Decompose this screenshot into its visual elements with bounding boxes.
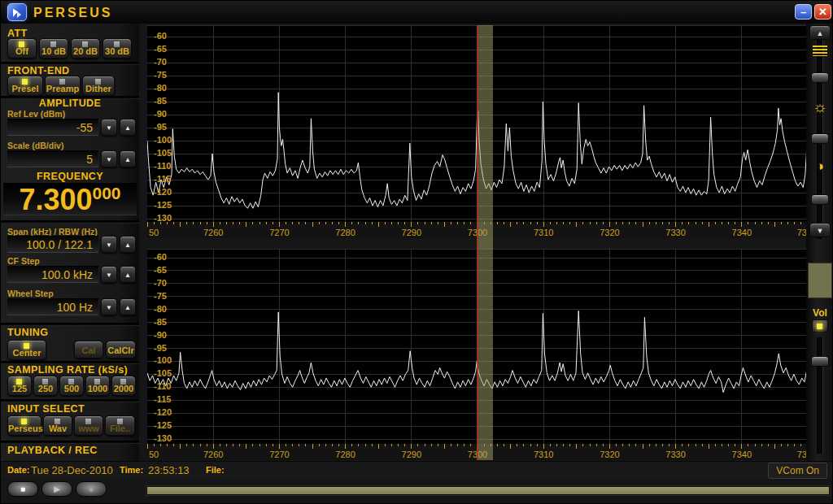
- sampling-button-250[interactable]: 250: [33, 376, 58, 396]
- y-axis-tick-label: -80: [154, 83, 167, 93]
- x-axis-tick-label: 7320: [600, 450, 619, 459]
- down-arrow-icon: ▼: [817, 227, 824, 235]
- y-axis-tick-label: -90: [154, 109, 167, 119]
- spectrum-area: -60-65-70-75-80-85-90-95-100-105-110-115…: [139, 24, 806, 461]
- perseus-logo-icon: [17, 11, 21, 18]
- x-axis-tick-label: 7320: [600, 228, 619, 237]
- x-axis-tick-label: 7310: [534, 228, 553, 237]
- brightness-icon: ☼: [806, 98, 833, 116]
- att-button-off[interactable]: Off: [7, 38, 37, 59]
- att-header: ATT: [7, 28, 28, 39]
- up-arrow-icon: ▲: [124, 156, 131, 163]
- frontend-button-preamp[interactable]: Preamp: [45, 76, 81, 96]
- scale-field[interactable]: 5: [7, 150, 98, 167]
- playback-progress-fill: [147, 487, 829, 494]
- stop-button[interactable]: ■: [7, 481, 38, 497]
- wheel-step-up-button[interactable]: ▲: [120, 298, 136, 315]
- y-axis-tick-label: -60: [154, 31, 167, 41]
- x-axis-tick-label: 7260: [203, 450, 223, 459]
- divider: [1, 323, 139, 326]
- rail-up-button[interactable]: ▲: [809, 25, 831, 40]
- close-button[interactable]: ✕: [814, 4, 831, 20]
- frequency-display[interactable]: 7.300000: [3, 183, 137, 215]
- stop-icon: ■: [20, 484, 25, 493]
- control-panel: ATT Off 10 dB 20 dB 30 dB FRONT-END Pres…: [1, 24, 139, 461]
- tuning-button-calclr[interactable]: CalClr: [106, 341, 136, 358]
- y-axis-tick-label: -95: [154, 343, 167, 353]
- vcom-toggle[interactable]: VCom On: [768, 463, 827, 479]
- y-axis-tick-label: -80: [154, 304, 167, 314]
- att-button-20db[interactable]: 20 dB: [71, 38, 100, 59]
- wheel-step-down-button[interactable]: ▼: [101, 298, 117, 315]
- input-button-www[interactable]: www: [74, 415, 103, 436]
- play-button[interactable]: ▶: [41, 481, 72, 497]
- sampling-button-125[interactable]: 125: [7, 376, 32, 396]
- x-axis-tick-label: 7280: [335, 450, 355, 459]
- y-axis-tick-label: -75: [154, 70, 167, 80]
- app-title: PERSEUS: [33, 6, 112, 20]
- rail-down-button[interactable]: ▼: [809, 223, 831, 237]
- y-axis-tick-label: -105: [154, 148, 172, 158]
- playback-progress-track[interactable]: [146, 485, 831, 496]
- sampling-button-2000[interactable]: 2000: [111, 376, 136, 396]
- y-axis-tick-label: -115: [154, 174, 171, 184]
- input-button-file[interactable]: File..: [105, 415, 135, 436]
- volume-label: Vol: [806, 307, 833, 319]
- file-label: File:: [206, 465, 225, 475]
- scale-up-button[interactable]: ▲: [120, 150, 136, 167]
- status-bar: Date: Tue 28-Dec-2010 Time: 23:53:13 Fil…: [1, 461, 833, 479]
- ref-lev-label: Ref Lev (dBm): [7, 109, 65, 119]
- ref-lev-field[interactable]: -55: [7, 119, 98, 136]
- cf-step-field[interactable]: 100.0 kHz: [7, 266, 98, 283]
- x-axis-tick-label: 7340: [732, 450, 752, 459]
- time-label: Time:: [120, 465, 143, 475]
- app-icon[interactable]: [7, 3, 27, 21]
- record-icon: ●: [88, 484, 94, 495]
- y-axis-tick-label: -95: [154, 122, 167, 132]
- cf-step-up-button[interactable]: ▲: [120, 266, 136, 283]
- x-axis-tick-label: 50: [149, 450, 159, 459]
- tuning-button-center[interactable]: Center: [7, 340, 46, 360]
- input-button-perseus[interactable]: Perseus: [7, 415, 41, 436]
- y-axis-tick-label: -130: [154, 433, 172, 443]
- cf-step-down-button[interactable]: ▼: [101, 266, 117, 283]
- att-button-30db[interactable]: 30 dB: [102, 38, 132, 59]
- sampling-button-1000[interactable]: 1000: [85, 376, 110, 396]
- titlebar: PERSEUS – ✕: [1, 1, 833, 24]
- frontend-button-presel[interactable]: Presel: [7, 76, 43, 96]
- time-value: 23:53:13: [148, 464, 190, 476]
- ref-lev-up-button[interactable]: ▲: [120, 119, 136, 136]
- brightness-slider-handle[interactable]: [811, 133, 829, 144]
- tuning-header: TUNING: [7, 327, 48, 338]
- frontend-button-dither[interactable]: Dither: [82, 76, 115, 96]
- down-arrow-icon: ▼: [106, 156, 112, 163]
- up-arrow-icon: ▲: [124, 304, 131, 311]
- span-down-button[interactable]: ▼: [101, 236, 117, 253]
- ref-lev-down-button[interactable]: ▼: [101, 119, 117, 136]
- scale-down-button[interactable]: ▼: [101, 150, 117, 167]
- wheel-step-field[interactable]: 100 Hz: [7, 298, 98, 315]
- y-axis-tick-label: -100: [154, 355, 172, 365]
- volume-slider-handle[interactable]: [811, 356, 829, 367]
- span-field[interactable]: 100.0 / 122.1: [7, 236, 98, 253]
- down-arrow-icon: ▼: [106, 272, 112, 279]
- averaging-slider-handle[interactable]: [811, 72, 829, 83]
- sampling-button-500[interactable]: 500: [59, 376, 84, 396]
- y-axis-tick-label: -120: [154, 407, 172, 417]
- y-axis-tick-label: -75: [154, 291, 167, 301]
- att-button-10db[interactable]: 10 dB: [39, 38, 68, 59]
- y-axis-tick-label: -65: [154, 265, 167, 275]
- cf-step-label: CF Step: [7, 256, 40, 266]
- record-button[interactable]: ●: [76, 481, 107, 497]
- tuning-button-cal[interactable]: Cal: [74, 341, 103, 358]
- span-up-button[interactable]: ▲: [120, 236, 136, 253]
- input-button-wav[interactable]: Wav: [43, 415, 72, 436]
- down-arrow-icon: ▼: [106, 304, 112, 311]
- tuning-centerline[interactable]: [477, 25, 478, 460]
- volume-slider-track[interactable]: [817, 337, 823, 454]
- volume-mute-button[interactable]: [812, 319, 828, 332]
- minimize-button[interactable]: –: [795, 4, 812, 20]
- x-axis-tick-label: 7260: [203, 228, 223, 237]
- contrast-slider-handle[interactable]: [811, 194, 829, 205]
- passband-marker[interactable]: [478, 25, 493, 460]
